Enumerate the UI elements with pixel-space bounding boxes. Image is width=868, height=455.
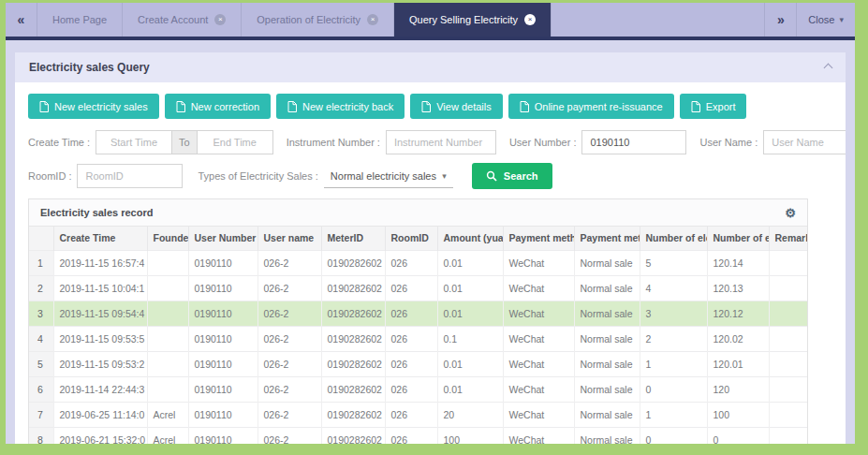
tab-operation-of-electricity[interactable]: Operation of Electricity× — [242, 3, 394, 37]
user-number-label: User Number : — [509, 137, 577, 148]
tab-create-account[interactable]: Create Account× — [123, 3, 242, 37]
new-correction-button[interactable]: New correction — [165, 94, 271, 119]
sales-type-label: Types of Electricity Sales : — [198, 170, 317, 182]
cell-room-id: 026 — [385, 376, 437, 402]
cell-meter-id: 0190282602 — [321, 427, 385, 444]
query-panel-title: Electricity sales Query — [29, 61, 150, 74]
cell-create-time: 2019-11-15 09:54:4 — [53, 301, 147, 326]
table-row-8[interactable]: 82019-06-21 15:32:0Acrel0190110026-20190… — [29, 427, 807, 444]
gear-icon[interactable]: ⚙ — [785, 207, 796, 219]
cell-amount: 100 — [437, 427, 503, 444]
date-range-control: To — [96, 130, 273, 154]
tab-close-icon[interactable]: × — [214, 14, 226, 25]
close-tabs-menu-label: Close — [808, 14, 834, 25]
cell-user-number: 0190110 — [188, 351, 257, 376]
cell-user-number: 0190110 — [188, 326, 257, 351]
cell-create-time: 2019-11-15 09:53:2 — [53, 351, 147, 376]
query-panel-body: New electricity salesNew correctionNew e… — [15, 82, 846, 444]
cell-create-time: 2019-11-15 09:53:5 — [53, 326, 147, 351]
cell-founder — [147, 326, 188, 351]
new-electricity-sales-button[interactable]: New electricity sales — [28, 94, 159, 119]
table-row-6[interactable]: 62019-11-14 22:44:30190110026-2019028260… — [29, 376, 807, 402]
cell-remarks — [769, 376, 807, 402]
table-header-row: Create TimeFounderUser NumberUser nameMe… — [29, 227, 807, 250]
toolbar-button-label: Online payment re-issuance — [535, 101, 663, 112]
cell-remarks — [769, 402, 807, 427]
cell-electric-count: 1 — [640, 351, 707, 376]
room-id-input[interactable] — [77, 164, 183, 188]
cell-electric-count: 5 — [640, 250, 707, 275]
table-row-2[interactable]: 22019-11-15 10:04:10190110026-2019028260… — [29, 275, 807, 301]
cell-sale-type: Normal sale — [574, 376, 640, 402]
cell-founder: Acrel — [147, 427, 188, 444]
table-row-1[interactable]: 12019-11-15 16:57:40190110026-2019028260… — [29, 250, 807, 275]
search-button[interactable]: Search — [472, 163, 552, 189]
cell-founder — [147, 275, 188, 301]
column-header-roomid: RoomID — [385, 227, 437, 250]
cell-meter-id: 0190282602 — [321, 326, 385, 351]
cell-meter-id: 0190282602 — [321, 275, 385, 301]
cell-user-number: 0190110 — [188, 376, 257, 402]
sales-type-selected-value: Normal electricity sales — [331, 170, 436, 182]
scroll-tabs-right-icon[interactable]: » — [764, 3, 796, 37]
cell-amount: 0.01 — [437, 301, 503, 326]
cell-meter-id: 0190282602 — [321, 351, 385, 376]
cell-payment-method: WeChat — [503, 351, 574, 376]
user-number-input[interactable] — [581, 130, 686, 154]
document-icon — [287, 101, 297, 112]
export-button[interactable]: Export — [680, 94, 747, 119]
cell-user-name: 026-2 — [257, 376, 321, 402]
toolbar-button-label: Export — [706, 101, 736, 112]
tab-home-page[interactable]: Home Page — [37, 3, 123, 37]
table-row-4[interactable]: 42019-11-15 09:53:50190110026-2019028260… — [29, 326, 807, 351]
cell-founder — [147, 301, 188, 326]
start-time-input[interactable] — [96, 131, 171, 154]
end-time-input[interactable] — [198, 131, 272, 154]
filter-row-1: Create Time : To Instrument Number : Use… — [28, 130, 832, 154]
cell-amount: 0.01 — [437, 275, 503, 301]
user-name-input[interactable] — [763, 130, 846, 154]
cell-remarks — [769, 351, 807, 376]
new-electricity-back-button[interactable]: New electricity back — [276, 94, 405, 119]
toolbar-button-label: New correction — [191, 101, 259, 112]
cell-payment-method: WeChat — [503, 402, 574, 427]
cell-payment-method: WeChat — [503, 250, 574, 275]
cell-electric-count: 3 — [640, 301, 707, 326]
table-row-3[interactable]: 32019-11-15 09:54:40190110026-2019028260… — [29, 301, 807, 326]
cell-user-name: 026-2 — [257, 402, 321, 427]
cell-sale-type: Normal sale — [574, 427, 640, 444]
tab-query-selling-electricity[interactable]: Query Selling Electricity× — [394, 3, 552, 37]
tab-close-icon[interactable]: × — [524, 14, 536, 25]
tab-close-icon[interactable]: × — [367, 14, 378, 25]
cell-room-id: 026 — [385, 427, 437, 444]
instrument-number-input[interactable] — [386, 130, 496, 154]
cell-create-time: 2019-11-15 10:04:1 — [53, 275, 147, 301]
cell-row-number: 5 — [29, 351, 53, 376]
cell-amount: 0.01 — [437, 250, 503, 275]
cell-user-name: 026-2 — [257, 351, 321, 376]
view-details-button[interactable]: View details — [410, 94, 503, 119]
column-header-number-of-electri: Number of electri — [707, 227, 769, 250]
cell-room-id: 026 — [385, 250, 437, 275]
cell-remarks — [769, 301, 807, 326]
search-icon — [486, 170, 497, 182]
cell-user-number: 0190110 — [188, 301, 257, 326]
scroll-tabs-left-icon[interactable]: « — [6, 3, 37, 37]
cell-payment-method: WeChat — [503, 326, 574, 351]
column-header-create-time: Create Time — [53, 227, 147, 250]
cell-user-number: 0190110 — [188, 402, 257, 427]
close-tabs-menu[interactable]: Close ▾ — [796, 3, 855, 37]
cell-user-number: 0190110 — [188, 250, 257, 275]
table-row-7[interactable]: 72019-06-25 11:14:0Acrel0190110026-20190… — [29, 402, 807, 427]
cell-create-time: 2019-06-21 15:32:0 — [53, 427, 147, 444]
toolbar-button-label: New electricity back — [302, 101, 393, 112]
sales-type-select[interactable]: Normal electricity sales ▾ — [324, 165, 453, 188]
cell-room-id: 026 — [385, 351, 437, 376]
table-row-5[interactable]: 52019-11-15 09:53:20190110026-2019028260… — [29, 351, 807, 376]
online-payment-re-issuance-button[interactable]: Online payment re-issuance — [508, 94, 674, 119]
collapse-panel-icon[interactable] — [824, 63, 833, 72]
cell-remarks — [769, 275, 807, 301]
document-icon — [520, 101, 529, 112]
cell-founder — [147, 250, 188, 275]
column-header-payment-method: Payment method — [503, 227, 574, 250]
